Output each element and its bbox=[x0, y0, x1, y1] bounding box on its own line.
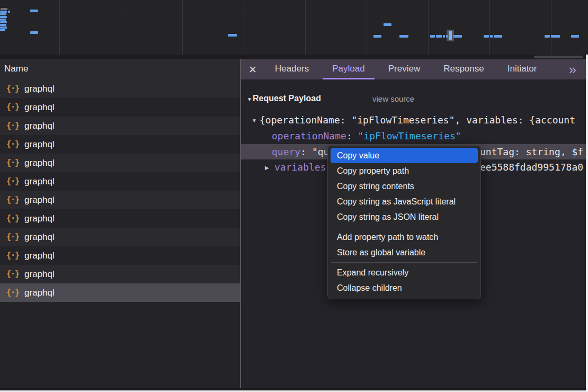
request-row[interactable]: {·}graphql bbox=[0, 283, 240, 302]
request-name: graphql bbox=[24, 176, 55, 187]
menu-separator bbox=[331, 262, 477, 263]
view-source-link[interactable]: view source bbox=[372, 94, 414, 103]
overview-scrollbar-thumb[interactable] bbox=[534, 56, 583, 58]
request-name: graphql bbox=[24, 269, 55, 280]
json-resource-icon: {·} bbox=[6, 232, 19, 242]
request-row[interactable]: {·}graphql bbox=[0, 246, 240, 265]
network-bar bbox=[436, 35, 442, 38]
request-rows: {·}graphql{·}graphql{·}graphql{·}graphql… bbox=[0, 79, 240, 302]
overview-gridline bbox=[0, 13, 588, 13]
request-row[interactable]: {·}graphql bbox=[0, 191, 240, 209]
network-overview-waterfall[interactable] bbox=[0, 0, 588, 55]
network-bar bbox=[0, 21, 7, 23]
property-value-end: untTag: string, $f bbox=[480, 144, 583, 159]
context-menu: Copy valueCopy property pathCopy string … bbox=[327, 145, 481, 299]
json-resource-icon: {·} bbox=[6, 102, 19, 112]
request-name: graphql bbox=[24, 84, 55, 94]
tab-preview[interactable]: Preview bbox=[379, 59, 430, 79]
more-tabs-icon[interactable]: » bbox=[569, 59, 586, 79]
property-value: "ipFlowTimeseries" bbox=[358, 130, 461, 141]
request-name: graphql bbox=[24, 139, 55, 150]
payload-root-row[interactable]: ▼ {operationName: "ipFlowTimeseries", va… bbox=[241, 112, 586, 128]
json-resource-icon: {·} bbox=[6, 213, 19, 223]
network-bar bbox=[545, 35, 550, 38]
request-row[interactable]: {·}graphql bbox=[0, 117, 240, 135]
request-row[interactable]: {·}graphql bbox=[0, 209, 240, 228]
devtools-network-panel: Name {·}graphql{·}graphql{·}graphql{·}gr… bbox=[0, 0, 588, 392]
request-name: graphql bbox=[24, 288, 55, 298]
json-resource-icon: {·} bbox=[6, 269, 19, 279]
menu-item-copy-value[interactable]: Copy value bbox=[331, 148, 478, 163]
name-column-header[interactable]: Name bbox=[0, 59, 240, 78]
menu-item-collapse-children[interactable]: Collapse children bbox=[331, 280, 478, 296]
menu-item-copy-string-as-json-literal[interactable]: Copy string as JSON literal bbox=[331, 209, 478, 225]
network-bar bbox=[0, 11, 7, 13]
network-bar bbox=[0, 26, 7, 29]
property-value-start: "qu bbox=[312, 146, 329, 157]
network-bar bbox=[571, 35, 579, 38]
network-bar bbox=[30, 10, 38, 12]
tab-headers[interactable]: Headers bbox=[265, 59, 318, 79]
network-bar bbox=[8, 11, 10, 13]
section-expand-triangle-icon[interactable]: ▼ bbox=[247, 96, 252, 102]
request-row[interactable]: {·}graphql bbox=[0, 79, 240, 98]
section-title: Request Payload bbox=[253, 94, 321, 103]
collapse-triangle-icon[interactable]: ▶ bbox=[265, 160, 269, 175]
network-bar bbox=[0, 19, 6, 21]
menu-item-store-as-global-variable[interactable]: Store as global variable bbox=[331, 245, 478, 260]
network-bar bbox=[228, 34, 237, 37]
request-row[interactable]: {·}graphql bbox=[0, 172, 240, 191]
root-object-preview: {operationName: "ipFlowTimeseries", vari… bbox=[260, 112, 575, 128]
network-bar bbox=[484, 35, 489, 38]
tab-payload[interactable]: Payload bbox=[323, 59, 374, 79]
network-bar bbox=[453, 35, 462, 38]
tab-response[interactable]: Response bbox=[434, 59, 494, 79]
network-bar bbox=[430, 35, 435, 38]
request-row[interactable]: {·}graphql bbox=[0, 135, 240, 154]
request-row[interactable]: {·}graphql bbox=[0, 265, 240, 283]
json-resource-icon: {·} bbox=[6, 176, 19, 186]
request-name: graphql bbox=[24, 102, 55, 113]
menu-separator bbox=[331, 227, 477, 227]
request-name: graphql bbox=[24, 232, 55, 243]
network-bar bbox=[490, 35, 493, 38]
network-bar bbox=[551, 35, 560, 38]
request-name: graphql bbox=[24, 251, 55, 261]
menu-item-expand-recursively[interactable]: Expand recursively bbox=[331, 265, 478, 280]
network-bar bbox=[0, 24, 6, 26]
network-bar bbox=[0, 16, 7, 18]
network-bar bbox=[443, 35, 445, 38]
request-list-panel: Name {·}graphql{·}graphql{·}graphql{·}gr… bbox=[0, 59, 240, 388]
json-resource-icon: {·} bbox=[6, 251, 19, 260]
expand-triangle-icon[interactable]: ▼ bbox=[252, 113, 257, 128]
page-background-right bbox=[586, 55, 588, 392]
menu-item-add-property-path-to-watch[interactable]: Add property path to watch bbox=[331, 229, 478, 245]
network-bar bbox=[30, 31, 38, 34]
json-resource-icon: {·} bbox=[6, 139, 19, 149]
menu-item-copy-property-path[interactable]: Copy property path bbox=[331, 163, 478, 179]
network-bar bbox=[1, 8, 7, 10]
network-bar bbox=[0, 13, 6, 15]
network-bar bbox=[399, 35, 408, 38]
request-name: graphql bbox=[24, 213, 55, 224]
network-bar bbox=[0, 29, 5, 31]
close-icon[interactable]: ✕ bbox=[248, 59, 265, 79]
json-resource-icon: {·} bbox=[6, 121, 19, 130]
selected-request-marker bbox=[449, 31, 452, 40]
request-name: graphql bbox=[24, 195, 55, 206]
request-list-empty-area bbox=[0, 361, 240, 392]
request-payload-section-header[interactable]: ▼ Request Payload view source bbox=[241, 93, 586, 108]
property-key: query bbox=[272, 146, 300, 157]
overview-bottom-strip bbox=[0, 55, 588, 59]
menu-item-copy-string-as-javascript-literal[interactable]: Copy string as JavaScript literal bbox=[331, 194, 478, 209]
request-row[interactable]: {·}graphql bbox=[0, 154, 240, 172]
json-resource-icon: {·} bbox=[6, 84, 19, 93]
request-row[interactable]: {·}graphql bbox=[0, 98, 240, 117]
request-row[interactable]: {·}graphql bbox=[0, 228, 240, 246]
payload-row-operationname[interactable]: operationName: "ipFlowTimeseries" bbox=[241, 128, 586, 144]
network-bar bbox=[494, 35, 502, 38]
request-name: graphql bbox=[24, 121, 55, 131]
tab-initiator[interactable]: Initiator bbox=[498, 59, 547, 79]
menu-item-copy-string-contents[interactable]: Copy string contents bbox=[331, 179, 478, 194]
detail-tabbar: ✕ HeadersPayloadPreviewResponseInitiator… bbox=[241, 59, 586, 81]
